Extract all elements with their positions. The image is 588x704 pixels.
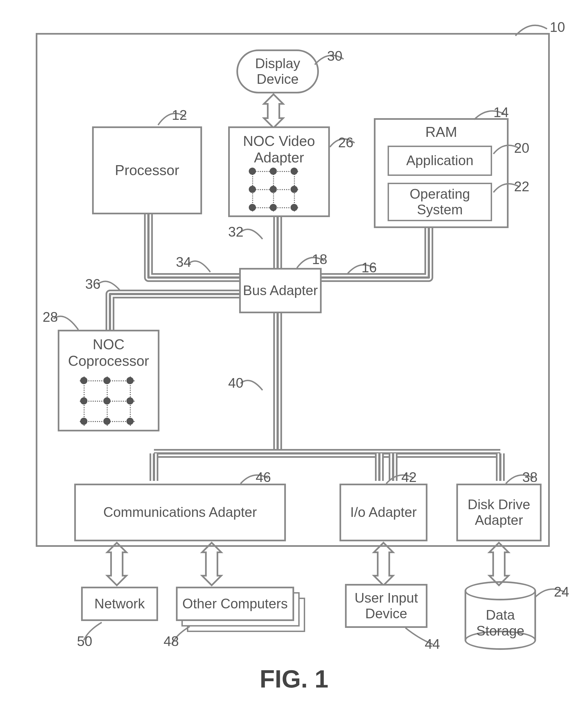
application: Application bbox=[388, 145, 492, 176]
figure-caption: FIG. 1 bbox=[0, 665, 588, 693]
ref-comm-adapter: 46 bbox=[256, 469, 271, 485]
operating-system-label: Operating System bbox=[410, 186, 470, 218]
noc-grid-icon bbox=[80, 376, 135, 426]
bus-adapter: Bus Adapter bbox=[239, 268, 322, 313]
network: Network bbox=[81, 587, 158, 621]
ref-video-bus: 32 bbox=[228, 224, 244, 240]
processor: Processor bbox=[92, 126, 202, 214]
arrow-comm-other bbox=[202, 543, 221, 585]
io-adapter-label: I/o Adapter bbox=[350, 505, 417, 520]
ref-io-adapter: 42 bbox=[402, 469, 417, 485]
network-label: Network bbox=[94, 596, 145, 612]
noc-coprocessor-label: NOC Coprocessor bbox=[68, 336, 149, 369]
data-storage-label: Data Storage bbox=[465, 607, 536, 639]
ref-noc-video: 26 bbox=[338, 135, 354, 151]
ref-disk-adapter: 38 bbox=[522, 469, 538, 485]
ram-label: RAM bbox=[425, 124, 457, 140]
arrow-comm-network bbox=[107, 543, 126, 585]
operating-system: Operating System bbox=[388, 183, 492, 221]
ref-display: 30 bbox=[327, 48, 342, 64]
other-computers-label: Other Computers bbox=[182, 596, 287, 612]
ref-application: 20 bbox=[514, 140, 529, 156]
ref-noc-coproc: 28 bbox=[43, 309, 58, 325]
user-input-device: User Input Device bbox=[345, 584, 427, 628]
ref-other-computers: 48 bbox=[164, 633, 179, 649]
application-label: Application bbox=[406, 153, 474, 169]
disk-drive-adapter: Disk Drive Adapter bbox=[456, 484, 541, 541]
arrow-disk-storage bbox=[489, 543, 509, 585]
data-storage: Data Storage bbox=[465, 581, 536, 650]
noc-video-adapter-label: NOC Video Adapter bbox=[243, 133, 315, 166]
ref-fsb: 34 bbox=[176, 254, 191, 270]
other-computers: Other Computers bbox=[176, 587, 294, 621]
ref-network: 50 bbox=[77, 633, 92, 649]
figure-1: .busO{stroke:#888;stroke-width:32;fill:n… bbox=[0, 0, 588, 704]
communications-adapter: Communications Adapter bbox=[74, 484, 286, 541]
user-input-device-label: User Input Device bbox=[355, 590, 418, 622]
communications-adapter-label: Communications Adapter bbox=[103, 505, 257, 520]
ref-bus-adapter: 18 bbox=[312, 251, 327, 268]
display-device-label: Display Device bbox=[255, 56, 300, 87]
ref-exp-bus: 40 bbox=[228, 375, 244, 391]
ref-data-storage: 24 bbox=[554, 584, 569, 600]
display-device: Display Device bbox=[236, 50, 319, 94]
arrow-io-user bbox=[374, 543, 393, 585]
ref-computer: 10 bbox=[550, 19, 565, 35]
disk-drive-adapter-label: Disk Drive Adapter bbox=[468, 497, 530, 528]
ref-mem-bus: 16 bbox=[362, 260, 377, 276]
processor-label: Processor bbox=[115, 162, 179, 179]
bus-adapter-label: Bus Adapter bbox=[243, 283, 318, 299]
ref-ram: 14 bbox=[493, 104, 509, 120]
io-adapter: I/o Adapter bbox=[339, 484, 427, 541]
noc-grid-icon bbox=[249, 168, 298, 212]
ref-processor: 12 bbox=[172, 107, 187, 123]
ref-os: 22 bbox=[514, 179, 529, 194]
ref-user-input: 44 bbox=[425, 636, 440, 652]
ref-coproc-bus: 36 bbox=[85, 276, 101, 292]
